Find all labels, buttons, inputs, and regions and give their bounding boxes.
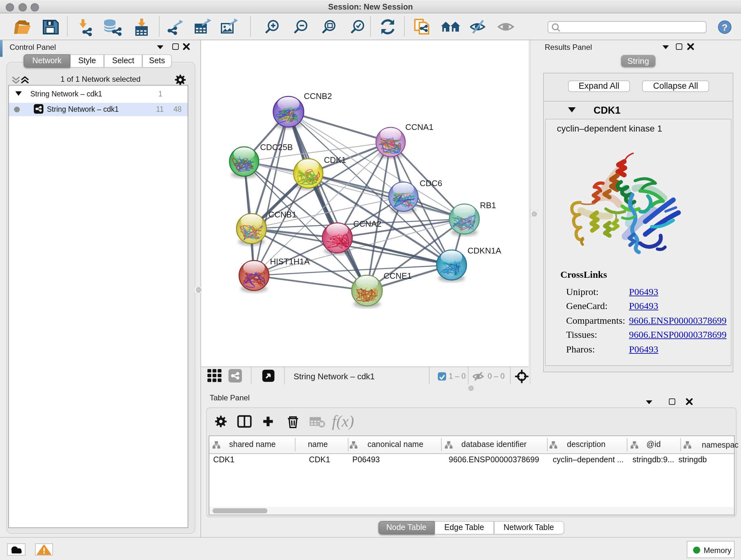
svg-text:CDC6: CDC6	[420, 179, 442, 188]
svg-text:HIST1H1A: HIST1H1A	[270, 257, 310, 266]
svg-text:CDK1: CDK1	[324, 155, 346, 165]
svg-text:CCNA1: CCNA1	[405, 122, 433, 132]
svg-text:f(x): f(x)	[332, 412, 354, 430]
svg-text:CCNA2: CCNA2	[353, 219, 381, 229]
svg-text:CCNE1: CCNE1	[384, 271, 412, 281]
svg-text:CDKN1A: CDKN1A	[468, 246, 501, 255]
svg-text:RB1: RB1	[480, 200, 496, 210]
svg-text:CCNB2: CCNB2	[304, 91, 332, 101]
svg-text:CDC25B: CDC25B	[260, 142, 293, 152]
svg-text:CCNB1: CCNB1	[268, 210, 296, 219]
